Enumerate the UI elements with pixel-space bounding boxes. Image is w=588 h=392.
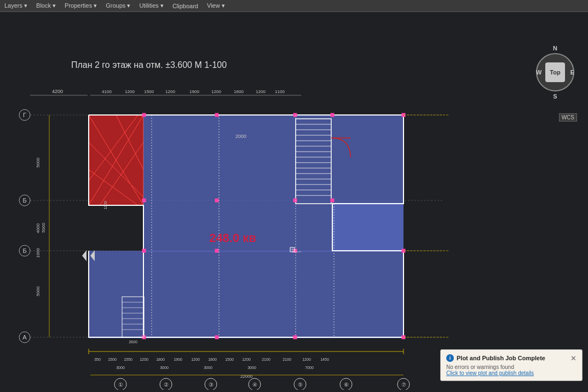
svg-text:3000: 3000 — [204, 366, 212, 370]
svg-text:4100: 4100 — [102, 89, 112, 94]
toolbar-item-block[interactable]: Block ▾ — [36, 2, 56, 9]
notification-icon: i — [446, 354, 454, 362]
svg-rect-40 — [143, 203, 403, 252]
svg-text:Г: Г — [23, 112, 26, 118]
svg-text:7000: 7000 — [305, 366, 314, 370]
svg-text:3000: 3000 — [160, 366, 169, 370]
svg-rect-68 — [142, 249, 146, 252]
svg-text:248.0 кв: 248.0 кв — [209, 231, 256, 245]
svg-text:1900: 1900 — [189, 89, 199, 94]
svg-text:1600: 1600 — [234, 89, 244, 94]
svg-text:⑦: ⑦ — [401, 382, 406, 388]
toolbar-item-view[interactable]: View ▾ — [207, 2, 225, 9]
compass-east-label: E — [570, 69, 574, 76]
svg-text:1550: 1550 — [124, 358, 132, 361]
svg-text:2600: 2600 — [129, 340, 137, 344]
svg-text:5000: 5000 — [36, 286, 41, 296]
svg-marker-118 — [82, 250, 87, 261]
svg-text:350: 350 — [94, 358, 101, 361]
toolbar-item-groups[interactable]: Groups ▾ — [106, 2, 130, 9]
notification-title: i Plot and Publish Job Complete — [446, 354, 545, 362]
notification-panel: i Plot and Publish Job Complete ✕ No err… — [440, 349, 583, 381]
svg-text:1800: 1800 — [156, 358, 165, 361]
canvas-area: План 2 го этаж на отм. ±3.600 М 1-100 42… — [0, 12, 588, 392]
svg-text:5000: 5000 — [41, 223, 46, 233]
compass-south-label: S — [553, 93, 557, 100]
svg-rect-66 — [293, 199, 297, 202]
toolbar-item-clipboard[interactable]: Clipboard — [172, 3, 198, 9]
svg-text:Б: Б — [22, 247, 26, 254]
svg-rect-60 — [215, 113, 218, 117]
svg-text:1000: 1000 — [36, 248, 41, 258]
svg-text:1450: 1450 — [320, 358, 329, 361]
svg-text:2100: 2100 — [283, 358, 291, 361]
svg-text:1100: 1100 — [275, 89, 285, 94]
wcs-label: WCS — [559, 113, 577, 122]
svg-rect-61 — [293, 113, 297, 117]
compass-north-label: N — [553, 45, 557, 51]
notification-link[interactable]: Click to view plot and publish details — [446, 370, 577, 376]
svg-text:1500: 1500 — [225, 358, 234, 361]
svg-text:1200: 1200 — [103, 201, 107, 210]
svg-rect-65 — [215, 199, 218, 202]
svg-text:1200: 1200 — [302, 358, 311, 361]
svg-text:②: ② — [164, 382, 169, 388]
svg-rect-74 — [293, 336, 297, 339]
toolbar-item-utilities[interactable]: Utilities ▾ — [139, 2, 164, 9]
svg-rect-69 — [215, 249, 218, 252]
svg-rect-59 — [142, 113, 146, 117]
svg-rect-67 — [331, 199, 334, 202]
svg-rect-37 — [143, 115, 332, 203]
svg-text:1200: 1200 — [140, 358, 148, 361]
notification-header: i Plot and Publish Job Complete ✕ — [446, 354, 577, 362]
svg-text:3000: 3000 — [116, 366, 125, 370]
svg-text:①: ① — [118, 382, 123, 388]
compass-west-label: W — [536, 69, 541, 76]
svg-text:⑥: ⑥ — [344, 382, 349, 388]
svg-text:2100: 2100 — [262, 358, 270, 361]
svg-text:1200: 1200 — [242, 358, 251, 361]
toolbar-item-properties[interactable]: Properties ▾ — [65, 2, 97, 9]
compass: N W Top E S — [533, 45, 577, 100]
notification-close-button[interactable]: ✕ — [570, 355, 577, 362]
svg-rect-73 — [215, 336, 218, 339]
svg-text:1800: 1800 — [208, 358, 217, 361]
svg-rect-62 — [331, 113, 334, 117]
svg-text:1200: 1200 — [191, 358, 200, 361]
svg-text:А: А — [22, 334, 27, 341]
svg-text:1200: 1200 — [125, 89, 135, 94]
compass-circle: W Top E — [536, 53, 574, 91]
svg-rect-64 — [142, 199, 146, 202]
floor-plan-svg: 4200 4100 1200 1500 1200 1900 1200 1600 … — [5, 28, 520, 390]
svg-text:1500: 1500 — [144, 89, 154, 94]
svg-text:1200: 1200 — [165, 89, 175, 94]
compass-top-button[interactable]: Top — [545, 62, 565, 82]
svg-text:4200: 4200 — [52, 89, 63, 94]
svg-text:1900: 1900 — [174, 358, 182, 361]
svg-rect-38 — [89, 251, 403, 338]
svg-text:2000: 2000 — [235, 134, 246, 139]
svg-text:1500: 1500 — [108, 358, 117, 361]
svg-text:1200: 1200 — [211, 89, 221, 94]
svg-text:④: ④ — [252, 382, 257, 388]
toolbar-item-layers[interactable]: Layers ▾ — [4, 2, 27, 9]
svg-text:4000: 4000 — [36, 223, 41, 233]
svg-text:3000: 3000 — [247, 366, 256, 370]
svg-text:Б: Б — [22, 197, 26, 204]
toolbar: Layers ▾ Block ▾ Properties ▾ Groups ▾ U… — [0, 0, 588, 12]
svg-text:5000: 5000 — [36, 158, 41, 168]
svg-text:③: ③ — [209, 382, 214, 388]
svg-text:1200: 1200 — [256, 89, 266, 94]
svg-text:⑤: ⑤ — [298, 382, 303, 388]
svg-text:22000: 22000 — [240, 374, 253, 379]
notification-line1: No errors or warnings found — [446, 364, 577, 370]
